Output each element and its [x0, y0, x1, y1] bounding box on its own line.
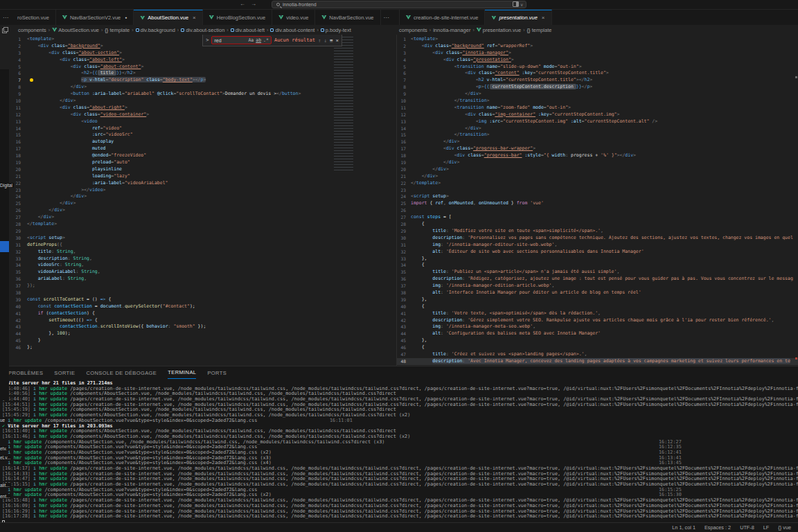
- code-line[interactable]: 29 title: 'Modifiez votre site en toute …: [397, 228, 798, 235]
- code-line[interactable]: 26: [397, 207, 798, 214]
- find-previous-icon[interactable]: ↑: [318, 37, 321, 44]
- code-line[interactable]: 28</template>: [9, 221, 396, 228]
- code-line[interactable]: 36 ariaLabel: String,: [9, 276, 396, 283]
- code-line[interactable]: 6 <h2>{{ title }}</h2>: [9, 70, 396, 77]
- find-in-selection-icon[interactable]: ≡: [330, 37, 333, 44]
- breadcrumb-item-components[interactable]: components: [399, 27, 427, 33]
- code-line[interactable]: 48 description: 'Avec Innotia Manager, c…: [397, 358, 798, 365]
- code-line[interactable]: 33 description: String,: [9, 256, 396, 263]
- code-line[interactable]: 33 },: [397, 256, 798, 263]
- code-line[interactable]: 38 alt: 'Interface Innotia Manager pour …: [397, 290, 798, 296]
- panel-tab-PORTS[interactable]: PORTS: [207, 366, 227, 379]
- breadcrumb-item-div.background[interactable]: div.background: [136, 27, 175, 33]
- code-line[interactable]: 16 </div>: [397, 139, 798, 145]
- code-line[interactable]: 12 <div class="video-container">: [9, 112, 396, 118]
- code-line[interactable]: 11 <transition name="zoom-fade" mode="ou…: [397, 105, 798, 112]
- tab-video.vue[interactable]: video.vue: [272, 10, 315, 25]
- code-line[interactable]: 28 {: [397, 221, 798, 228]
- code-line[interactable]: 39const scrollToContact = () => {: [9, 296, 396, 303]
- status-item-lf[interactable]: LF: [763, 524, 770, 531]
- tab-HeroBlogSection.vue[interactable]: HeroBlogSection.vue: [203, 10, 272, 25]
- code-line[interactable]: 8 <p>{{ currentStepContent.description }…: [397, 84, 798, 91]
- code-line[interactable]: 25import { ref, onMounted, onUnmounted }…: [397, 200, 798, 207]
- close-icon[interactable]: ×: [335, 37, 339, 44]
- tab-creation-de-site-internet.vue[interactable]: creation-de-site-internet.vue: [400, 10, 485, 25]
- code-line[interactable]: 41 title: 'Votre texte, <span>optimisé</…: [397, 310, 798, 317]
- back-icon[interactable]: ←: [240, 1, 245, 7]
- status-item--vue[interactable]: {} vue: [778, 524, 791, 531]
- breadcrumb-item-AboutSection.vue[interactable]: AboutSection.vue: [52, 27, 99, 33]
- code-line[interactable]: 15 :src="videoSrc": [9, 132, 396, 139]
- panel-tab-PROBLÈMES[interactable]: PROBLÈMES: [8, 366, 43, 379]
- editor-left[interactable]: > Aa ab .* Aucun résultat ↑ ↓ ≡ × 1<temp…: [0, 35, 396, 366]
- code-line[interactable]: 27const steps = [: [397, 214, 798, 221]
- code-line[interactable]: 16 autoplay: [9, 139, 396, 145]
- tab-roSection.vue[interactable]: roSection.vue: [11, 10, 56, 25]
- code-line[interactable]: 24 </div>: [9, 193, 396, 200]
- code-line[interactable]: 21 loading="lazy": [9, 173, 396, 180]
- code-line[interactable]: 45 }: [9, 337, 396, 344]
- breadcrumb-item-div.about-left[interactable]: div.about-left: [231, 27, 265, 33]
- code-line[interactable]: 4 <div class="about-left">: [9, 57, 396, 64]
- code-line[interactable]: 3 <div class="innotia-manager">: [397, 50, 798, 57]
- code-line[interactable]: 20 playsinline: [9, 166, 396, 173]
- code-line[interactable]: 13 <img :src="currentStepContent.img" :a…: [397, 118, 798, 125]
- breadcrumb-item-p.body-text[interactable]: p.body-text: [321, 27, 351, 33]
- code-line[interactable]: 15 </transition>: [397, 132, 798, 139]
- code-line[interactable]: 12 <div class="img-container" :key="curr…: [397, 112, 798, 118]
- code-line[interactable]: 32 title: String,: [9, 249, 396, 256]
- panel-tab-SORTIE[interactable]: SORTIE: [54, 366, 75, 379]
- code-line[interactable]: 23 ></video>: [9, 187, 396, 194]
- code-line[interactable]: 30 description: 'Personnalisez vos pages…: [397, 235, 798, 242]
- code-line[interactable]: 5 <div class="about-content">: [9, 64, 396, 71]
- code-line[interactable]: 44 }, 100);: [9, 330, 396, 337]
- code-line[interactable]: 13 <video: [9, 118, 396, 125]
- code-line[interactable]: 34 {: [397, 262, 798, 269]
- code-line[interactable]: 19 preload="auto": [9, 159, 396, 166]
- code-line[interactable]: 31 img: '/innotia-manager-editeur-site-w…: [397, 242, 798, 249]
- whole-word-icon[interactable]: ab: [256, 37, 261, 43]
- status-item-ln-1-col-1[interactable]: Ln 1, col 1: [672, 524, 695, 531]
- code-line[interactable]: 43 contactSection.scrollIntoView({ behav…: [9, 323, 396, 330]
- code-line[interactable]: 10 </div>: [9, 98, 396, 105]
- code-line[interactable]: 37});: [9, 283, 396, 290]
- code-line[interactable]: 36 description: 'Rédigez, catégorisez, a…: [397, 276, 798, 283]
- code-line[interactable]: 17 <div class="progress-bar-wrapper">: [397, 145, 798, 152]
- code-line[interactable]: 45 },: [397, 337, 798, 344]
- breadcrumb-item-template[interactable]: {}template: [527, 27, 552, 33]
- breadcrumb-item-div.about-content[interactable]: div.about-content: [270, 27, 314, 33]
- breadcrumb-item-presentation.vue[interactable]: presentation.vue: [477, 27, 521, 33]
- regex-icon[interactable]: .*: [263, 37, 269, 43]
- command-center-search[interactable]: innotia-frontend: [272, 1, 526, 8]
- code-line[interactable]: 7 <h2 v-html="currentStepContent.title">…: [397, 77, 798, 84]
- panel-tab-CONSOLE DE DÉBOGAGE[interactable]: CONSOLE DE DÉBOGAGE: [86, 366, 157, 379]
- code-line[interactable]: 21 </div>: [397, 173, 798, 180]
- tab-NavBarSectionV2.vue[interactable]: NavBarSectionV2.vue●: [56, 10, 134, 25]
- code-line[interactable]: 30<script setup>: [9, 235, 396, 242]
- code-line[interactable]: 40 const contactSection = document.query…: [9, 303, 396, 310]
- code-line[interactable]: 29: [9, 228, 396, 235]
- code-line[interactable]: 24<script setup>: [397, 193, 798, 200]
- breadcrumb-item-components[interactable]: components: [18, 27, 46, 33]
- code-line[interactable]: 14 ref="video": [9, 125, 396, 132]
- code-line[interactable]: 34 videoSrc: String,: [9, 262, 396, 269]
- code-line[interactable]: 25 </div>: [9, 200, 396, 207]
- status-item-utf-8[interactable]: UTF-8: [740, 524, 754, 531]
- code-line[interactable]: 17 muted: [9, 145, 396, 152]
- code-line[interactable]: 27 </div>: [9, 214, 396, 221]
- code-line[interactable]: 32 alt: 'Éditeur de site web avec sectio…: [397, 249, 798, 256]
- code-line[interactable]: 22</template>: [397, 180, 798, 187]
- breadcrumb-item-innotia-manager[interactable]: innotia-manager: [433, 27, 470, 33]
- close-icon[interactable]: ×: [542, 15, 545, 21]
- code-line[interactable]: 3 <div class="about-section">: [9, 50, 396, 57]
- code-line[interactable]: 18 <div class="progress-bar" :style="{ w…: [397, 152, 798, 159]
- code-line[interactable]: 37 img: '/innotia-manager-edition-articl…: [397, 283, 798, 290]
- code-line[interactable]: 7 <p v-html="description" class="body-te…: [9, 77, 396, 84]
- code-line[interactable]: 4 <div class="presentation">: [397, 57, 798, 64]
- tab-NavBarSection.vue[interactable]: NavBarSection.vue: [315, 10, 380, 25]
- breadcrumb-item-template[interactable]: {}template: [105, 27, 130, 33]
- code-line[interactable]: 35 videoAriaLabel: String,: [9, 269, 396, 276]
- code-line[interactable]: 20 </div>: [397, 166, 798, 173]
- tab-presentation.vue[interactable]: presentation.vue×: [485, 10, 551, 25]
- code-line[interactable]: 11 <div class="about-right">: [9, 105, 396, 112]
